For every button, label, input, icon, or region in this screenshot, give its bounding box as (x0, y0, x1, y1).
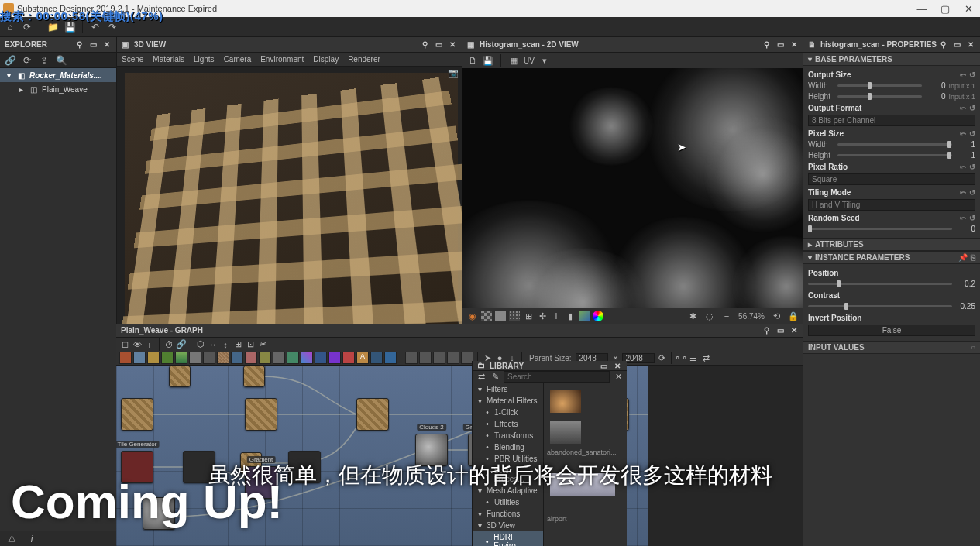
expand-icon[interactable]: ▭ (599, 361, 608, 370)
pin-icon[interactable]: ⚲ (762, 326, 771, 335)
info-icon[interactable]: i (144, 339, 155, 350)
hdri-thumb[interactable] (550, 390, 581, 413)
dropdown-icon[interactable]: ▾ (539, 55, 550, 66)
close-panel-icon[interactable]: ✕ (966, 40, 975, 50)
inherit-icon[interactable]: ⤺ (960, 214, 966, 222)
refresh-size-icon[interactable]: ⟳ (656, 352, 667, 363)
reload-icon[interactable]: ⟳ (20, 53, 34, 67)
reset-icon[interactable]: ↺ (969, 214, 975, 222)
atomic-tile-15[interactable] (315, 352, 327, 364)
camera-icon[interactable]: 📷 (448, 68, 459, 78)
graph-node[interactable] (245, 398, 277, 431)
inherit-icon[interactable]: ⤺ (960, 163, 966, 171)
reset-icon[interactable]: ↺ (969, 70, 975, 79)
info-icon[interactable]: i (25, 532, 39, 546)
reset-zoom-icon[interactable]: ⟲ (771, 311, 782, 321)
library-tree-item[interactable]: •1-Click (473, 407, 543, 418)
link-icon[interactable]: 🔗 (3, 53, 17, 67)
seed-slider[interactable] (808, 228, 952, 230)
3d-viewport[interactable]: 📷 (117, 67, 462, 324)
circle-icon[interactable]: ○ (971, 343, 975, 352)
search-icon[interactable]: 🔍 (54, 53, 68, 67)
autolayout-icon[interactable]: ⊡ (245, 339, 256, 350)
reset-icon[interactable]: ↺ (969, 188, 975, 197)
chevron-right-icon[interactable]: ▸ (17, 85, 25, 94)
library-tree-item[interactable]: •Blending (473, 441, 543, 453)
menu-camera[interactable]: Camera (224, 55, 252, 64)
align-h-icon[interactable]: ↔ (208, 339, 218, 350)
atomic-tile-23[interactable] (433, 352, 445, 364)
graph-opt3-icon[interactable]: ⇄ (700, 352, 711, 363)
align-v-icon[interactable]: ↕ (220, 339, 231, 350)
atomic-tile-13[interactable] (287, 352, 299, 364)
close-panel-icon[interactable]: ✕ (448, 40, 457, 50)
graph-node[interactable] (356, 398, 389, 431)
atomic-tile-12[interactable] (273, 352, 285, 364)
timer-icon[interactable]: ⏱ (163, 339, 174, 350)
menu-environment[interactable]: Environment (260, 55, 304, 64)
minimize-button[interactable]: — (910, 0, 934, 17)
tree-item-graph[interactable]: ▸ ◫ Plain_Weave (0, 82, 116, 96)
center-icon[interactable]: ✱ (687, 311, 698, 321)
expand-icon[interactable]: ▭ (775, 326, 785, 335)
height-slider[interactable] (837, 95, 922, 98)
atomic-tile-11[interactable] (259, 352, 271, 364)
crop-icon[interactable]: ✂ (257, 339, 268, 350)
ruler-icon[interactable]: ⊞ (523, 311, 534, 321)
reset-icon[interactable]: ↺ (969, 129, 975, 138)
snap-icon[interactable]: ⊞ (232, 339, 243, 350)
pin-icon[interactable]: ⚲ (762, 40, 771, 50)
picker-icon[interactable]: ✢ (537, 311, 548, 321)
histogram-icon[interactable]: ▮ (565, 311, 576, 321)
chevron-icon[interactable]: ▾ (5, 71, 12, 80)
tiling-mode-select[interactable]: H and V Tiling (808, 199, 975, 211)
grid-dots-icon[interactable] (509, 311, 520, 321)
library-tree-item[interactable]: •Effects (473, 418, 543, 430)
preview-icon[interactable] (579, 311, 590, 321)
atomic-tile-7[interactable] (203, 352, 215, 364)
atomic-tile-20[interactable] (384, 352, 397, 364)
inherit-icon[interactable]: ⤺ (960, 129, 966, 138)
width-slider[interactable] (837, 84, 922, 87)
minus-icon[interactable]: − (721, 311, 732, 321)
contrast-slider[interactable] (808, 305, 952, 307)
expand-icon[interactable]: ▭ (952, 40, 961, 50)
2d-viewport[interactable]: ➤ (462, 68, 803, 308)
px-width-slider[interactable] (837, 143, 952, 146)
atomic-tile-8[interactable] (217, 352, 229, 364)
info-icon[interactable]: i (551, 311, 562, 321)
export-icon[interactable]: ⇪ (37, 53, 51, 67)
atomic-tile-4[interactable] (161, 352, 174, 364)
save-image-icon[interactable]: 💾 (483, 55, 493, 66)
atomic-tile-24[interactable] (447, 352, 459, 364)
position-slider[interactable] (808, 283, 952, 285)
new-icon[interactable]: 🗋 (467, 55, 478, 66)
atomic-tile-17[interactable] (342, 352, 355, 364)
library-tree-item[interactable]: •Utilities (473, 496, 543, 508)
px-height-slider[interactable] (837, 154, 952, 156)
menu-renderer[interactable]: Renderer (348, 55, 380, 64)
library-tree-item[interactable]: ▾Filters (473, 383, 543, 395)
atomic-tile-6[interactable] (189, 352, 201, 364)
section-instance-params[interactable]: ▾ INSTANCE PARAMETERS 📌 ⎘ (803, 251, 980, 264)
grid-icon[interactable]: ▦ (508, 55, 519, 66)
pin-icon[interactable]: ⚲ (938, 40, 947, 50)
layers-icon[interactable]: ◉ (467, 311, 478, 321)
atomic-tile-22[interactable] (419, 352, 432, 364)
atomic-tile-19[interactable] (370, 352, 383, 364)
atomic-tile-10[interactable] (245, 352, 257, 364)
atomic-tile-18[interactable]: A (356, 352, 369, 364)
copy-param-icon[interactable]: ⎘ (971, 253, 975, 262)
close-panel-icon[interactable]: ✕ (613, 361, 622, 370)
close-button[interactable]: ✕ (957, 0, 980, 17)
menu-scene[interactable]: Scene (122, 55, 143, 64)
graph-opt2-icon[interactable]: ☰ (688, 352, 699, 363)
menu-materials[interactable]: Materials (153, 55, 184, 64)
section-input-values[interactable]: INPUT VALUES ○ (803, 341, 980, 354)
hdri-thumb[interactable] (550, 421, 581, 444)
library-tree-item[interactable]: •HDRI Enviro... (473, 531, 543, 546)
warning-icon[interactable]: ⚠ (5, 532, 19, 546)
atomic-tile-5[interactable] (175, 352, 187, 364)
atomic-tile-16[interactable] (328, 352, 341, 364)
link-icon[interactable]: 🔗 (176, 339, 187, 350)
